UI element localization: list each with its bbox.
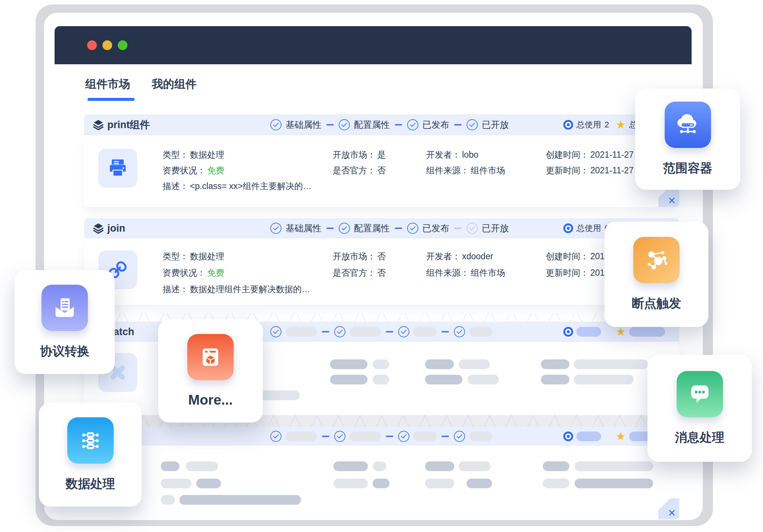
check-circle-icon [398, 431, 409, 442]
component-name: print组件 [107, 118, 150, 132]
skeleton-pill [576, 432, 601, 441]
component-name: join [107, 223, 125, 234]
field-official: 是否官方：否 [333, 267, 386, 279]
card-body: 类型：数据处理 资费状况：免费 描述：数据处理组件主要解决数据的… 开放市场：否… [84, 238, 679, 305]
skeleton-pill [468, 375, 499, 384]
step-connector [395, 228, 402, 229]
skeleton-pill [467, 479, 492, 488]
floating-card-protocol-conversion[interactable]: 协议转换 [15, 270, 115, 374]
step-connector [442, 436, 449, 437]
status-steps-skeleton [270, 326, 492, 337]
usage-icon [563, 223, 573, 233]
usage-stat-skeleton [563, 327, 601, 337]
field-market: 开放市场：是 [333, 149, 386, 161]
skeleton-pill [469, 327, 492, 337]
field-type: 类型：数据处理 [163, 149, 224, 161]
status-steps: 基础属性 配置属性 已发布 已开放 [270, 222, 509, 234]
check-circle-icon [270, 119, 281, 130]
step-connector [454, 124, 462, 126]
floating-card-breakpoint-trigger[interactable]: 断点触发 [604, 222, 708, 327]
step-label: 已开放 [482, 119, 509, 131]
step-label: 基础属性 [286, 222, 321, 234]
floating-card-label: 协议转换 [40, 343, 89, 360]
step-label: 基础属性 [286, 119, 321, 131]
step-label: 已发布 [422, 222, 449, 234]
skeleton-pill [575, 461, 653, 471]
cloud-network-icon [665, 102, 711, 148]
step-connector [454, 228, 462, 229]
usage-stat: 总使用 6 [563, 223, 609, 234]
usage-label: 总使用 [576, 223, 601, 234]
titlebar [55, 26, 692, 64]
maximize-window-icon[interactable] [118, 40, 127, 50]
skeleton-pill [186, 461, 218, 471]
floating-card-data-processing[interactable]: 数据处理 [39, 403, 142, 507]
usage-stat: 总使用 2 [563, 119, 609, 130]
step-label: 配置属性 [354, 222, 390, 234]
check-circle-icon [467, 119, 478, 130]
skeleton-pill [350, 432, 381, 441]
usage-count: 2 [604, 120, 609, 130]
skeleton-pill [286, 327, 317, 337]
floating-card-message-processing[interactable]: 消息处理 [647, 355, 752, 462]
step-label: 已开放 [482, 222, 509, 234]
card-body: 类型：数据处理 资费状况：免费 描述：<p.class= xx>组件主要解决的…… [84, 135, 679, 207]
skeleton-pill [373, 479, 390, 488]
skeleton-pill [425, 461, 454, 471]
check-circle-icon [270, 431, 281, 442]
minimize-window-icon[interactable] [102, 40, 112, 50]
star-icon: ★ [616, 326, 626, 337]
tab-bar: 组件市场 我的组件 [85, 77, 197, 92]
check-circle-icon [339, 119, 350, 130]
status-steps-skeleton [270, 431, 492, 442]
check-circle-icon [334, 431, 345, 442]
skeleton-pill [286, 432, 317, 441]
step-connector [386, 436, 393, 437]
browser-cube-icon [187, 334, 234, 380]
usage-icon [563, 327, 573, 337]
close-window-icon[interactable] [87, 40, 97, 50]
status-steps: 基础属性 配置属性 已发布 已开放 [270, 119, 509, 131]
layers-icon [92, 119, 104, 131]
step-connector [322, 436, 329, 437]
check-circle-icon [454, 326, 465, 337]
tab-component-market[interactable]: 组件市场 [85, 77, 130, 92]
chat-bubble-icon [677, 371, 723, 417]
check-circle-icon [454, 431, 465, 442]
skeleton-pill [333, 479, 368, 488]
tab-my-components[interactable]: 我的组件 [152, 77, 197, 92]
floating-card-label: 范围容器 [663, 160, 713, 177]
star-icon: ★ [616, 119, 626, 130]
check-circle-icon [407, 119, 418, 130]
skeleton-pill [196, 479, 221, 488]
field-developer: 开发者：xdooder [426, 250, 493, 262]
skeleton-pill [543, 479, 569, 488]
skeleton-pill [373, 375, 389, 384]
check-circle-icon-inactive [467, 223, 478, 234]
close-card-icon[interactable]: ✕ [668, 196, 676, 205]
usage-stat-skeleton [563, 432, 601, 441]
skeleton-pill [350, 327, 381, 337]
skeleton-pill [425, 375, 462, 384]
skeleton-pill [413, 432, 437, 441]
active-tab-underline [87, 98, 135, 101]
field-source: 组件来源：组件市场 [426, 267, 505, 279]
skeleton-pill [543, 461, 569, 471]
skeleton-pill [330, 375, 367, 384]
floating-card-label: 数据处理 [66, 476, 115, 492]
close-card-icon[interactable]: ✕ [668, 508, 676, 518]
floating-card-more[interactable]: More... [158, 319, 263, 423]
skeleton-pill [161, 479, 191, 488]
skeleton-pill [574, 359, 648, 369]
step-connector [386, 331, 393, 332]
skeleton-pill [574, 375, 634, 384]
card-header: print组件 基础属性 配置属性 已发布 已开放 总使用 2 ★ 总评 [84, 114, 679, 135]
printer-icon [105, 155, 130, 181]
skeleton-pill [161, 461, 179, 471]
floating-card-label: More... [188, 392, 233, 408]
floating-card-label: 消息处理 [675, 429, 724, 446]
field-fee: 资费状况：免费 [163, 164, 224, 176]
inbox-document-icon [41, 285, 88, 331]
floating-card-scope-container[interactable]: 范围容器 [635, 89, 740, 190]
check-circle-icon [270, 326, 281, 337]
